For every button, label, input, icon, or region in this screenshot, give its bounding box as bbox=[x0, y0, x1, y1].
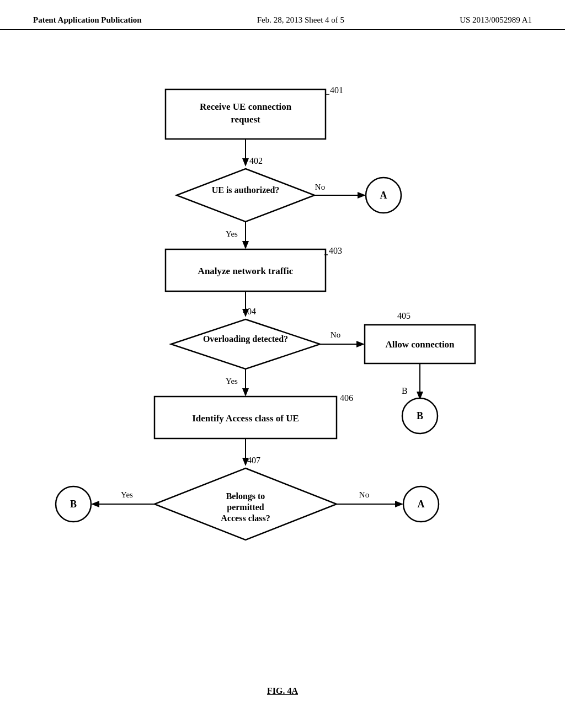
svg-text:403: 403 bbox=[329, 246, 342, 255]
svg-text:Yes: Yes bbox=[121, 490, 133, 499]
svg-text:405: 405 bbox=[397, 311, 411, 320]
svg-text:No: No bbox=[331, 330, 340, 339]
svg-text:No: No bbox=[359, 490, 369, 499]
svg-text:B: B bbox=[70, 499, 77, 510]
svg-text:404: 404 bbox=[243, 307, 256, 316]
svg-text:Identify Access class of UE: Identify Access class of UE bbox=[192, 413, 299, 424]
svg-marker-24 bbox=[171, 319, 320, 369]
svg-text:Analyze network traffic: Analyze network traffic bbox=[198, 266, 294, 276]
header-right: US 2013/0052989 A1 bbox=[460, 15, 532, 25]
svg-text:B: B bbox=[417, 410, 423, 421]
svg-marker-6 bbox=[242, 158, 249, 167]
svg-text:Yes: Yes bbox=[226, 229, 238, 238]
svg-text:No: No bbox=[315, 183, 325, 191]
svg-marker-57 bbox=[395, 501, 403, 507]
svg-text:Allow connection: Allow connection bbox=[385, 339, 455, 350]
svg-text:402: 402 bbox=[249, 156, 263, 165]
svg-text:407: 407 bbox=[247, 456, 260, 465]
svg-text:Access class?: Access class? bbox=[221, 513, 270, 523]
svg-text:Yes: Yes bbox=[226, 377, 238, 386]
svg-text:406: 406 bbox=[340, 393, 353, 403]
svg-marker-11 bbox=[358, 192, 366, 199]
svg-marker-34 bbox=[242, 388, 249, 397]
svg-text:A: A bbox=[418, 499, 425, 510]
svg-marker-16 bbox=[242, 241, 249, 249]
svg-text:Overloading detected?: Overloading detected? bbox=[203, 334, 288, 344]
svg-text:401: 401 bbox=[330, 85, 343, 95]
diagram-area: Receive UE connection request 401 UE is … bbox=[0, 30, 565, 681]
header-center: Feb. 28, 2013 Sheet 4 of 5 bbox=[257, 15, 344, 25]
svg-text:request: request bbox=[231, 114, 260, 125]
svg-text:permitted: permitted bbox=[227, 502, 264, 512]
header-left: Patent Application Publication bbox=[33, 15, 142, 25]
page-header: Patent Application Publication Feb. 28, … bbox=[0, 0, 565, 30]
svg-text:B: B bbox=[402, 386, 408, 395]
svg-text:Belongs to: Belongs to bbox=[226, 491, 265, 501]
svg-text:Receive UE connection: Receive UE connection bbox=[200, 101, 292, 112]
svg-marker-28 bbox=[356, 341, 365, 347]
svg-marker-7 bbox=[177, 169, 315, 222]
svg-text:A: A bbox=[380, 190, 387, 201]
svg-text:UE is authorized?: UE is authorized? bbox=[212, 185, 280, 195]
figure-caption: FIG. 4A bbox=[0, 686, 565, 696]
svg-marker-52 bbox=[91, 501, 99, 507]
